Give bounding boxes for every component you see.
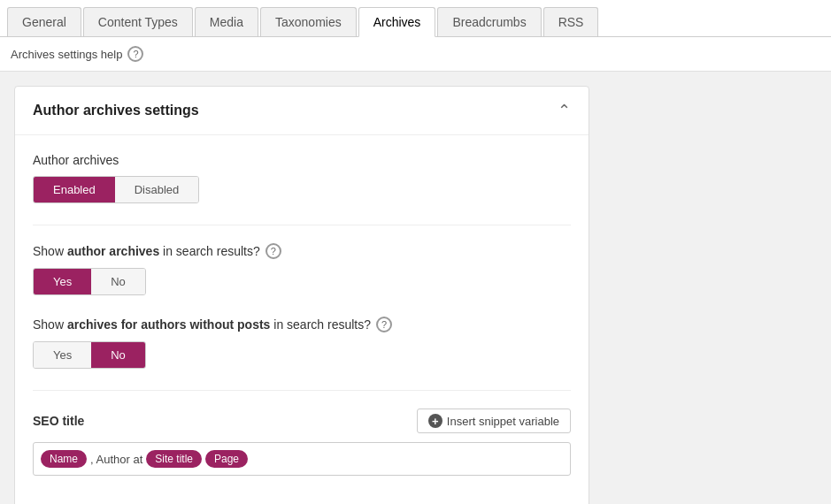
author-archives-label: Author archives xyxy=(33,153,571,167)
tab-taxonomies[interactable]: Taxonomies xyxy=(260,7,357,36)
author-archives-enabled-btn[interactable]: Enabled xyxy=(34,177,115,202)
token-site-title[interactable]: Site title xyxy=(146,450,202,468)
show-in-search-results-section: Show author archives in search results? … xyxy=(33,243,571,295)
show-archives-no-posts-yes-btn[interactable]: Yes xyxy=(34,342,91,368)
show-in-search-help-icon[interactable]: ? xyxy=(265,243,281,259)
divider-1 xyxy=(33,225,571,225)
author-archives-toggle: Enabled Disabled xyxy=(33,176,199,203)
seo-title-token-field[interactable]: Name , Author at Site title Page xyxy=(33,442,571,476)
token-page[interactable]: Page xyxy=(205,450,248,468)
separator-author-at: , Author at xyxy=(90,453,142,466)
plus-icon: + xyxy=(428,414,442,428)
divider-2 xyxy=(33,390,571,391)
show-in-search-label: Show author archives in search results? … xyxy=(33,243,571,259)
tab-bar: GeneralContent TypesMediaTaxonomiesArchi… xyxy=(0,0,831,37)
show-archives-no-posts-text: Show archives for authors without posts … xyxy=(33,317,371,332)
card-title: Author archives settings xyxy=(33,103,199,118)
show-archives-no-posts-no-btn[interactable]: No xyxy=(91,342,145,368)
author-archives-disabled-btn[interactable]: Disabled xyxy=(115,177,199,202)
tab-rss[interactable]: RSS xyxy=(543,7,599,36)
author-archives-section: Author archives Enabled Disabled xyxy=(33,153,571,203)
seo-title-header: SEO title + Insert snippet variable xyxy=(33,409,571,433)
show-in-search-yes-btn[interactable]: Yes xyxy=(34,269,91,294)
card-body: Author archives Enabled Disabled Show au… xyxy=(15,135,589,504)
show-archives-no-posts-label: Show archives for authors without posts … xyxy=(33,317,571,332)
tab-general[interactable]: General xyxy=(7,7,81,36)
insert-snippet-button[interactable]: + Insert snippet variable xyxy=(417,409,571,433)
tab-content-types[interactable]: Content Types xyxy=(83,7,193,36)
collapse-icon[interactable]: ⌃ xyxy=(558,101,571,120)
show-archives-no-posts-help-icon[interactable]: ? xyxy=(376,317,392,332)
settings-help-icon[interactable]: ? xyxy=(127,46,143,62)
show-in-search-no-btn[interactable]: No xyxy=(91,269,145,294)
show-in-search-toggle: Yes No xyxy=(33,268,146,295)
tab-breadcrumbs[interactable]: Breadcrumbs xyxy=(437,7,541,36)
main-content: Author archives settings ⌃ Author archiv… xyxy=(0,72,831,504)
seo-title-label: SEO title xyxy=(33,414,84,428)
settings-help-text: Archives settings help xyxy=(11,48,122,61)
tab-media[interactable]: Media xyxy=(195,7,258,36)
insert-snippet-label: Insert snippet variable xyxy=(447,415,559,428)
show-archives-no-posts-toggle: Yes No xyxy=(33,341,146,369)
author-archives-card: Author archives settings ⌃ Author archiv… xyxy=(14,86,589,504)
settings-help-bar: Archives settings help ? xyxy=(0,37,831,72)
show-in-search-text: Show author archives in search results? xyxy=(33,244,260,258)
tab-archives[interactable]: Archives xyxy=(358,7,436,37)
show-archives-no-posts-section: Show archives for authors without posts … xyxy=(33,317,571,369)
seo-title-section: SEO title + Insert snippet variable Name… xyxy=(33,409,571,476)
card-header: Author archives settings ⌃ xyxy=(15,87,589,135)
token-name[interactable]: Name xyxy=(41,450,87,468)
